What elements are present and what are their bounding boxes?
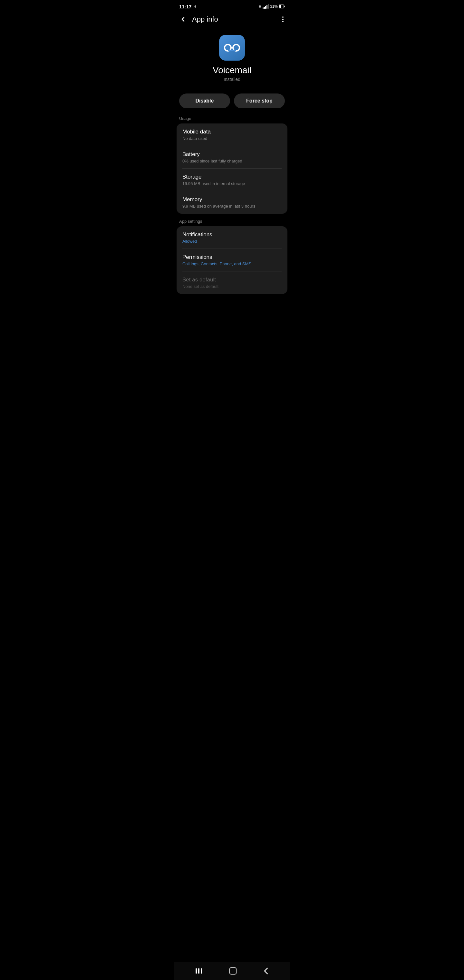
- dot-1: [282, 16, 284, 18]
- app-icon: [219, 35, 245, 60]
- notifications-item[interactable]: Notifications Allowed: [176, 226, 288, 249]
- usage-section-label: Usage: [174, 116, 290, 124]
- svg-rect-1: [284, 6, 285, 7]
- top-nav: App info: [174, 12, 290, 27]
- disable-button[interactable]: Disable: [179, 94, 230, 108]
- app-icon-section: Voicemail Installed: [174, 27, 290, 88]
- battery-percent: 31%: [270, 4, 278, 9]
- network-h-icon: H: [259, 5, 261, 8]
- status-time: 11:17: [179, 4, 191, 10]
- memory-title: Memory: [183, 196, 281, 203]
- app-install-status: Installed: [224, 77, 240, 82]
- memory-subtitle: 9.9 MB used on average in last 3 hours: [183, 204, 281, 208]
- usage-card-group: Mobile data No data used Battery 0% used…: [176, 124, 288, 214]
- status-network-h: H: [193, 4, 196, 9]
- page-title: App info: [192, 15, 218, 24]
- memory-item[interactable]: Memory 9.9 MB used on average in last 3 …: [176, 191, 288, 214]
- battery-item[interactable]: Battery 0% used since last fully charged: [176, 146, 288, 169]
- storage-title: Storage: [183, 174, 281, 180]
- set-as-default-subtitle: None set as default: [183, 284, 281, 289]
- battery-icon: [279, 5, 285, 8]
- mobile-data-item[interactable]: Mobile data No data used: [176, 124, 288, 146]
- notifications-subtitle: Allowed: [183, 239, 281, 244]
- notifications-title: Notifications: [183, 231, 281, 238]
- more-options-button[interactable]: [281, 15, 285, 24]
- battery-subtitle: 0% used since last fully charged: [183, 159, 281, 164]
- nav-left: App info: [178, 14, 218, 24]
- permissions-title: Permissions: [183, 254, 281, 261]
- voicemail-icon-svg: [224, 43, 240, 52]
- storage-subtitle: 19.95 MB used in internal storage: [183, 181, 281, 186]
- set-as-default-item[interactable]: Set as default None set as default: [176, 271, 288, 294]
- back-button[interactable]: [178, 14, 188, 24]
- dot-2: [282, 19, 284, 20]
- svg-rect-5: [228, 49, 236, 51]
- permissions-item[interactable]: Permissions Call logs, Contacts, Phone, …: [176, 249, 288, 271]
- action-buttons: Disable Force stop: [174, 88, 290, 116]
- back-icon: [179, 16, 187, 23]
- app-settings-card-group: Notifications Allowed Permissions Call l…: [176, 226, 288, 294]
- force-stop-button[interactable]: Force stop: [234, 94, 285, 108]
- mobile-data-title: Mobile data: [183, 129, 281, 135]
- app-settings-section-label: App settings: [174, 219, 290, 226]
- mobile-data-subtitle: No data used: [183, 136, 281, 141]
- permissions-subtitle: Call logs, Contacts, Phone, and SMS: [183, 261, 281, 266]
- app-name: Voicemail: [213, 65, 251, 75]
- status-bar-right: H 31%: [259, 4, 285, 9]
- signal-icon: [262, 4, 269, 9]
- status-bar-left: 11:17 H: [179, 4, 196, 10]
- svg-rect-2: [280, 5, 281, 8]
- status-bar: 11:17 H H 31%: [174, 0, 290, 12]
- set-as-default-title: Set as default: [183, 277, 281, 283]
- dot-3: [282, 21, 284, 22]
- storage-item[interactable]: Storage 19.95 MB used in internal storag…: [176, 169, 288, 191]
- battery-title: Battery: [183, 151, 281, 158]
